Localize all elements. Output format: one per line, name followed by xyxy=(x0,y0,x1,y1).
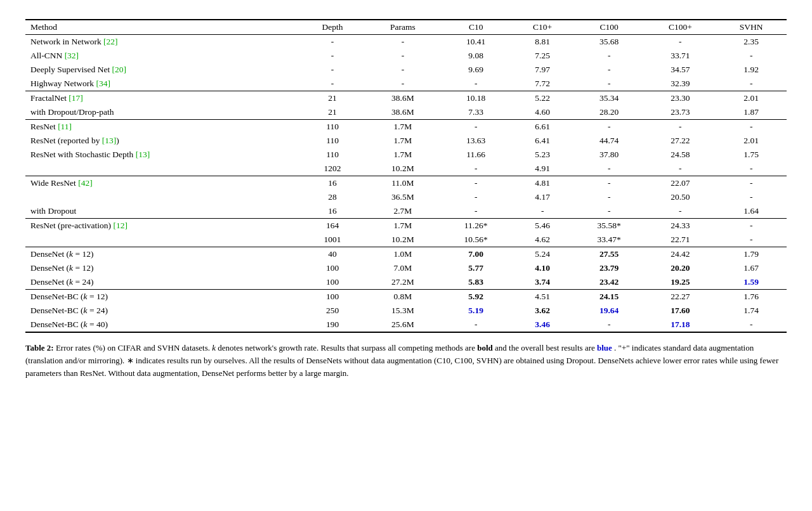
cell-method: ResNet [11] xyxy=(25,120,299,134)
col-c100plus: C100+ xyxy=(645,20,716,35)
cell-method: ResNet with Stochastic Depth [13] xyxy=(25,148,299,162)
cell-c100plus: 24.33 xyxy=(645,219,716,233)
cell-svhn: 1.76 xyxy=(716,290,787,304)
cell-c100plus: 22.27 xyxy=(645,290,716,304)
cell-svhn: 1.64 xyxy=(716,204,787,219)
cell-svhn: - xyxy=(716,77,787,91)
cell-params: 0.8M xyxy=(365,290,440,304)
cell-svhn: 2.01 xyxy=(716,91,787,106)
table-row: ResNet [11] 110 1.7M - 6.61 - - - xyxy=(25,120,787,134)
cell-c10: 10.41 xyxy=(440,35,511,49)
cell-c100: - xyxy=(573,49,645,63)
table-row: Highway Network [34] - - - 7.72 - 32.39 … xyxy=(25,77,787,91)
cell-svhn: - xyxy=(716,49,787,63)
cell-c10: - xyxy=(440,162,511,176)
cell-depth: 16 xyxy=(299,176,365,191)
cell-params: 1.7M xyxy=(365,148,440,162)
cell-svhn: 1.75 xyxy=(716,148,787,162)
table-caption: Table 2: Error rates (%) on CIFAR and SV… xyxy=(25,342,787,380)
cell-svhn: 1.67 xyxy=(716,261,787,275)
cell-params: 15.3M xyxy=(365,304,440,318)
table-row: 28 36.5M - 4.17 - 20.50 - xyxy=(25,190,787,204)
cell-c10plus: 8.81 xyxy=(511,35,573,49)
cell-svhn: 1.59 xyxy=(716,275,787,290)
cell-svhn: 1.79 xyxy=(716,247,787,262)
cell-c10plus: 4.51 xyxy=(511,290,573,304)
caption-text2: denotes network's growth rate. Results t… xyxy=(218,343,477,353)
table-row: DenseNet-BC (k = 12) 100 0.8M 5.92 4.51 … xyxy=(25,290,787,304)
cell-c100: - xyxy=(573,63,645,77)
cell-method: with Dropout xyxy=(25,204,299,219)
cell-params: 38.6M xyxy=(365,105,440,120)
cell-params: 27.2M xyxy=(365,275,440,290)
caption-label: Table 2: xyxy=(25,343,54,353)
cell-depth: 164 xyxy=(299,219,365,233)
cell-params: 1.7M xyxy=(365,120,440,134)
cell-c100: 35.34 xyxy=(573,91,645,106)
cell-params: 1.7M xyxy=(365,219,440,233)
cell-c100: - xyxy=(573,318,645,332)
cell-c10: 9.08 xyxy=(440,49,511,63)
cell-method: ResNet (reported by [13]) xyxy=(25,134,299,148)
cell-c100plus: 34.57 xyxy=(645,63,716,77)
cell-params: 36.5M xyxy=(365,190,440,204)
cell-c10plus: - xyxy=(511,204,573,219)
cell-params: - xyxy=(365,35,440,49)
cell-svhn: - xyxy=(716,176,787,191)
table-row: with Dropout 16 2.7M - - - - 1.64 xyxy=(25,204,787,219)
cell-c10plus: 5.22 xyxy=(511,91,573,106)
table-row: with Dropout/Drop-path 21 38.6M 7.33 4.6… xyxy=(25,105,787,120)
cell-method: DenseNet (k = 24) xyxy=(25,275,299,290)
cell-c10plus: 4.62 xyxy=(511,233,573,247)
cell-c100plus: 24.42 xyxy=(645,247,716,262)
cell-method: Deeply Supervised Net [20] xyxy=(25,63,299,77)
table-row: Network in Network [22] - - 10.41 8.81 3… xyxy=(25,35,787,49)
cell-c100: - xyxy=(573,204,645,219)
cell-c100plus: 20.50 xyxy=(645,190,716,204)
table-row: ResNet with Stochastic Depth [13] 110 1.… xyxy=(25,148,787,162)
cell-params: 1.0M xyxy=(365,247,440,262)
cell-c10: - xyxy=(440,204,511,219)
cell-c10: 11.66 xyxy=(440,148,511,162)
cell-method: Highway Network [34] xyxy=(25,77,299,91)
cell-params: 2.7M xyxy=(365,204,440,219)
caption-bold-word: bold xyxy=(477,343,493,353)
table-row: DenseNet (k = 12) 100 7.0M 5.77 4.10 23.… xyxy=(25,261,787,275)
cell-method: ResNet (pre-activation) [12] xyxy=(25,219,299,233)
cell-c100: 37.80 xyxy=(573,148,645,162)
cell-c100: 27.55 xyxy=(573,247,645,262)
cell-c10plus: 5.24 xyxy=(511,247,573,262)
table-row: Deeply Supervised Net [20] - - 9.69 7.97… xyxy=(25,63,787,77)
cell-c10: - xyxy=(440,318,511,332)
cell-svhn: 1.87 xyxy=(716,105,787,120)
table-row: 1202 10.2M - 4.91 - - - xyxy=(25,162,787,176)
cell-c10: 7.00 xyxy=(440,247,511,262)
cell-svhn: - xyxy=(716,162,787,176)
table-row: DenseNet-BC (k = 40) 190 25.6M - 3.46 - … xyxy=(25,318,787,332)
cell-svhn: 2.35 xyxy=(716,35,787,49)
cell-c10plus: 3.62 xyxy=(511,304,573,318)
cell-params: 7.0M xyxy=(365,261,440,275)
cell-params: 1.7M xyxy=(365,134,440,148)
cell-params: 10.2M xyxy=(365,233,440,247)
table-row: Wide ResNet [42] 16 11.0M - 4.81 - 22.07… xyxy=(25,176,787,191)
cell-method: DenseNet-BC (k = 12) xyxy=(25,290,299,304)
table-header-row: Method Depth Params C10 C10+ C100 C100+ … xyxy=(25,20,787,35)
results-table: Method Depth Params C10 C10+ C100 C100+ … xyxy=(25,19,787,333)
cell-c100: - xyxy=(573,77,645,91)
cell-c10: 10.56* xyxy=(440,233,511,247)
cell-c10: 5.77 xyxy=(440,261,511,275)
cell-c100plus: 23.73 xyxy=(645,105,716,120)
cell-svhn: 1.92 xyxy=(716,63,787,77)
table-row: DenseNet (k = 12) 40 1.0M 7.00 5.24 27.5… xyxy=(25,247,787,262)
caption-text3: and the overall best results are xyxy=(495,343,597,353)
cell-svhn: - xyxy=(716,219,787,233)
cell-c100plus: 17.18 xyxy=(645,318,716,332)
cell-c10plus: 5.46 xyxy=(511,219,573,233)
cell-c100: 35.68 xyxy=(573,35,645,49)
cell-depth: 100 xyxy=(299,261,365,275)
col-method: Method xyxy=(25,20,299,35)
col-params: Params xyxy=(365,20,440,35)
cell-c10: 9.69 xyxy=(440,63,511,77)
cell-method xyxy=(25,162,299,176)
